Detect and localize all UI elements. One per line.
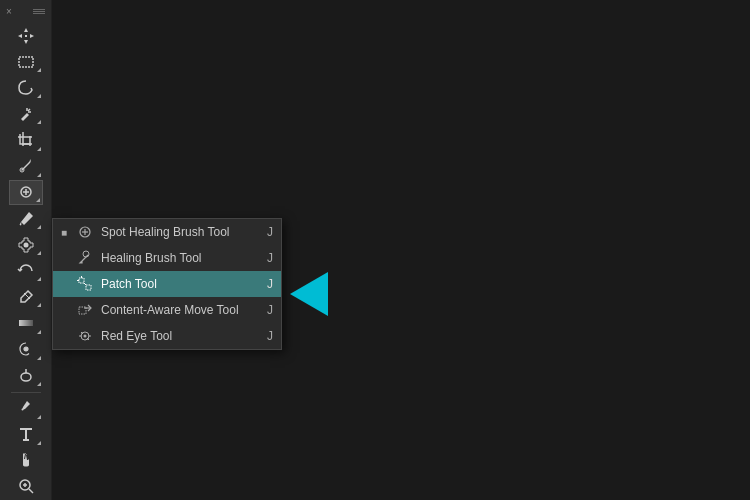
svg-line-10 <box>24 293 30 299</box>
svg-line-4 <box>28 109 30 111</box>
svg-rect-11 <box>19 320 33 326</box>
flyout-item-healing-brush[interactable]: Healing Brush Tool J <box>53 245 281 271</box>
check-spot-healing: ■ <box>61 227 71 238</box>
flyout-indicator <box>37 147 41 151</box>
flyout-indicator <box>37 68 41 72</box>
tool-gradient[interactable] <box>9 310 43 335</box>
toolbar-grip <box>33 9 45 14</box>
tool-magic-wand[interactable] <box>9 101 43 126</box>
flyout-indicator <box>37 225 41 229</box>
tool-move[interactable] <box>9 23 43 48</box>
flyout-indicator <box>37 277 41 281</box>
svg-point-13 <box>21 373 31 381</box>
toolbar-separator <box>11 392 41 393</box>
arrow-pointer <box>290 272 328 316</box>
svg-rect-1 <box>19 57 33 67</box>
flyout-indicator <box>37 251 41 255</box>
svg-point-23 <box>83 251 89 257</box>
content-aware-label: Content-Aware Move Tool <box>101 303 259 317</box>
tool-text[interactable] <box>9 422 43 447</box>
tool-hand[interactable] <box>9 448 43 473</box>
svg-point-32 <box>84 335 87 338</box>
svg-point-15 <box>21 409 23 411</box>
patch-tool-shortcut: J <box>267 277 273 291</box>
flyout-menu: ■ Spot Healing Brush Tool J Healing Brus… <box>52 218 282 350</box>
tool-pen[interactable] <box>9 396 43 421</box>
patch-tool-icon <box>75 274 95 294</box>
toolbar: × <box>0 0 52 500</box>
patch-tool-label: Patch Tool <box>101 277 259 291</box>
svg-point-12 <box>24 347 28 351</box>
flyout-indicator <box>37 173 41 177</box>
svg-line-17 <box>29 489 33 493</box>
tool-crop[interactable] <box>9 127 43 152</box>
tool-eraser[interactable] <box>9 284 43 309</box>
svg-point-9 <box>23 242 28 247</box>
healing-brush-icon <box>75 248 95 268</box>
tool-zoom[interactable] <box>9 474 43 499</box>
tool-lasso[interactable] <box>9 75 43 100</box>
svg-rect-25 <box>86 285 91 290</box>
red-eye-label: Red Eye Tool <box>101 329 259 343</box>
flyout-indicator <box>37 441 41 445</box>
red-eye-shortcut: J <box>267 329 273 343</box>
svg-line-26 <box>84 283 86 285</box>
flyout-indicator <box>37 303 41 307</box>
spot-healing-shortcut: J <box>267 225 273 239</box>
tool-healing[interactable] <box>9 180 43 205</box>
flyout-indicator <box>37 330 41 334</box>
spot-healing-icon <box>75 222 95 242</box>
flyout-indicator <box>36 198 40 202</box>
flyout-item-content-aware[interactable]: Content-Aware Move Tool J <box>53 297 281 323</box>
content-aware-icon <box>75 300 95 320</box>
content-aware-shortcut: J <box>267 303 273 317</box>
svg-rect-0 <box>25 35 27 37</box>
tool-history-brush[interactable] <box>9 258 43 283</box>
tool-marquee[interactable] <box>9 49 43 74</box>
flyout-indicator <box>37 120 41 124</box>
healing-brush-shortcut: J <box>267 251 273 265</box>
toolbar-header: × <box>0 4 51 19</box>
healing-brush-label: Healing Brush Tool <box>101 251 259 265</box>
flyout-indicator <box>37 356 41 360</box>
tool-eyedropper[interactable] <box>9 154 43 179</box>
svg-rect-24 <box>79 278 84 283</box>
tool-blur[interactable] <box>9 337 43 362</box>
red-eye-icon <box>75 326 95 346</box>
spot-healing-label: Spot Healing Brush Tool <box>101 225 259 239</box>
flyout-indicator <box>37 94 41 98</box>
flyout-item-patch-tool[interactable]: Patch Tool J <box>53 271 281 297</box>
tool-clone[interactable] <box>9 232 43 257</box>
flyout-item-red-eye[interactable]: Red Eye Tool J <box>53 323 281 349</box>
flyout-indicator <box>37 382 41 386</box>
tool-brush[interactable] <box>9 206 43 231</box>
toolbar-close-button[interactable]: × <box>6 6 12 17</box>
flyout-item-spot-healing[interactable]: ■ Spot Healing Brush Tool J <box>53 219 281 245</box>
tool-dodge[interactable] <box>9 363 43 388</box>
flyout-indicator <box>37 415 41 419</box>
